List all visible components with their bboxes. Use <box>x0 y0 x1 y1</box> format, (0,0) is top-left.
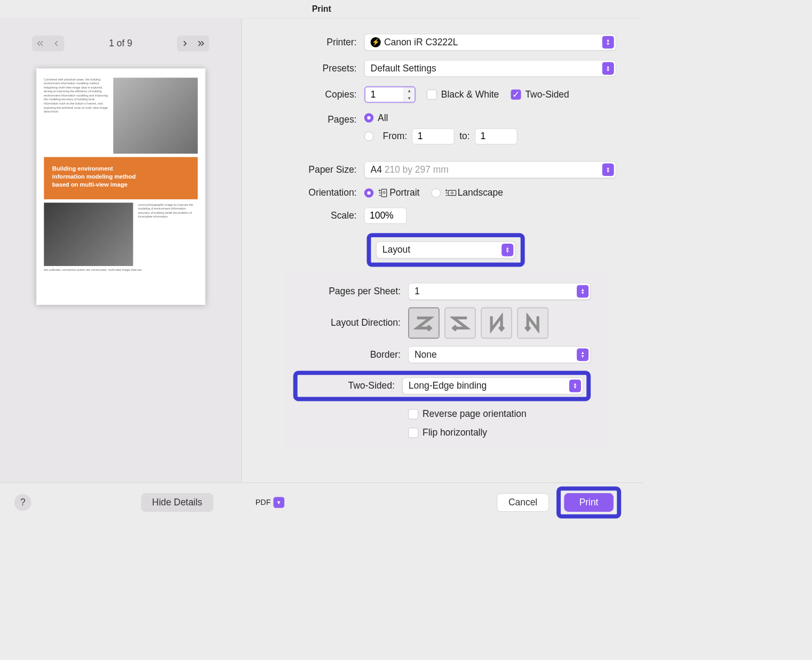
pages-label: Pages: <box>259 112 364 125</box>
scale-label: Scale: <box>259 210 364 221</box>
orientation-landscape-label: Landscape <box>458 188 503 199</box>
pages-range-radio[interactable] <box>364 132 373 141</box>
thumb-image-top <box>114 78 198 154</box>
scale-input[interactable] <box>364 208 407 224</box>
select-chevrons-icon: ▲▼ <box>577 348 588 361</box>
content-area: 1 of 9 Combined with practical cases, th… <box>0 19 643 483</box>
window-title: Print <box>0 0 643 19</box>
hide-details-button[interactable]: Hide Details <box>141 493 213 512</box>
page-counter: 1 of 9 <box>109 38 132 49</box>
section-select-value: Layout <box>383 245 410 256</box>
printer-select[interactable]: ⚡ Canon iR C3222L ▲▼ <box>364 34 616 51</box>
thumb-text-bottom: sound photographic image by improve the … <box>138 203 198 266</box>
next-page-button[interactable] <box>177 36 193 52</box>
layoutdir-nrev-icon <box>523 313 543 333</box>
copies-label: Copies: <box>259 89 364 100</box>
reverse-label: Reverse page orientation <box>423 409 527 420</box>
pps-select[interactable]: 1 ▲▼ <box>408 283 591 300</box>
pages-to-input[interactable] <box>475 128 517 144</box>
presets-label: Presets: <box>259 63 364 74</box>
thumb-title-3: based on multi-view image <box>52 181 189 189</box>
select-chevrons-icon: ▲▼ <box>577 285 588 298</box>
pages-all-radio[interactable] <box>364 113 373 122</box>
svg-rect-0 <box>381 189 387 197</box>
cancel-button[interactable]: Cancel <box>497 493 549 512</box>
twosided-select[interactable]: Long-Edge binding ▲▼ <box>402 377 583 395</box>
thumb-title-band: Building environment information modelin… <box>44 157 197 199</box>
highlight-twosided-row: Two-Sided: Long-Edge binding ▲▼ <box>293 371 591 401</box>
twosided-value: Long-Edge binding <box>409 381 487 392</box>
layoutdir-z-icon <box>413 313 434 333</box>
bw-checkbox[interactable] <box>427 90 437 100</box>
pages-from-label: From: <box>383 131 408 142</box>
papersize-prefix: A4 <box>371 164 382 175</box>
orientation-landscape-radio[interactable] <box>432 188 441 197</box>
pages-all-label: All <box>378 112 388 124</box>
flip-checkbox[interactable] <box>408 428 418 438</box>
copies-stepper[interactable]: ▲ ▼ <box>364 86 416 103</box>
select-chevrons-icon: ▲▼ <box>569 380 581 392</box>
bw-label: Black & White <box>441 89 499 100</box>
landscape-icon <box>445 188 458 198</box>
twosided-checkbox[interactable]: ✓ <box>511 90 521 100</box>
layoutdir-n-button[interactable] <box>481 308 512 339</box>
pdf-menu[interactable]: PDF ▼ <box>256 497 284 508</box>
border-label: Border: <box>298 349 408 360</box>
thumb-text-top: Combined with practical cases, the build… <box>44 78 108 154</box>
layoutdir-z-button[interactable] <box>408 308 440 339</box>
printer-label: Printer: <box>259 37 364 48</box>
select-chevrons-icon: ▲▼ <box>602 164 614 176</box>
papersize-select[interactable]: A4 210 by 297 mm ▲▼ <box>364 162 616 179</box>
help-button[interactable]: ? <box>14 494 31 511</box>
chevrons-left-icon <box>36 39 44 48</box>
papersize-label: Paper Size: <box>259 164 364 175</box>
layoutdir-n-icon <box>487 313 507 333</box>
chevron-down-icon: ▼ <box>273 497 284 508</box>
reverse-checkbox[interactable] <box>408 409 418 419</box>
preview-nav: 1 of 9 <box>32 36 210 52</box>
select-chevrons-icon: ▲▼ <box>602 62 614 75</box>
orientation-label: Orientation: <box>259 188 364 199</box>
last-page-button[interactable] <box>193 36 209 52</box>
papersize-dim: 210 by 297 mm <box>385 164 449 175</box>
flip-label: Flip horizontally <box>423 428 487 439</box>
chevrons-right-icon <box>197 39 205 48</box>
svg-point-1 <box>383 191 385 194</box>
thumb-image-bottom <box>44 203 133 266</box>
orientation-portrait-label: Portrait <box>389 188 419 199</box>
thumb-text-footer: are collected; connection points are con… <box>44 269 197 272</box>
orientation-portrait-radio[interactable] <box>364 188 373 197</box>
copies-input[interactable] <box>365 87 403 102</box>
pps-label: Pages per Sheet: <box>298 286 408 297</box>
first-page-button[interactable] <box>32 36 48 52</box>
layoutdir-s-icon <box>450 313 470 333</box>
preview-pane: 1 of 9 Combined with practical cases, th… <box>0 19 242 482</box>
page-thumbnail: Combined with practical cases, the build… <box>36 68 205 305</box>
footer: ? Hide Details PDF ▼ Cancel Print <box>0 483 643 522</box>
layoutdir-s-button[interactable] <box>444 308 476 339</box>
presets-value: Default Settings <box>371 63 436 74</box>
twosided-row-label: Two-Sided: <box>301 381 402 392</box>
layoutdir-nrev-button[interactable] <box>517 308 548 339</box>
printer-value: Canon iR C3222L <box>384 37 458 48</box>
presets-select[interactable]: Default Settings ▲▼ <box>364 60 616 77</box>
svg-rect-2 <box>448 190 456 196</box>
svg-point-3 <box>451 192 453 194</box>
stepper-down-icon[interactable]: ▼ <box>404 94 415 101</box>
chevron-left-icon <box>52 39 60 48</box>
pages-from-input[interactable] <box>412 128 455 144</box>
prev-page-button[interactable] <box>48 36 64 52</box>
stepper-up-icon[interactable]: ▲ <box>404 87 415 94</box>
select-chevrons-icon: ▲▼ <box>602 36 614 49</box>
twosided-label: Two-Sided <box>525 89 569 100</box>
layoutdir-label: Layout Direction: <box>298 318 408 329</box>
pdf-label: PDF <box>256 498 271 507</box>
print-button[interactable]: Print <box>564 493 614 512</box>
printer-status-icon: ⚡ <box>371 37 381 47</box>
chevron-right-icon <box>181 39 189 48</box>
pages-to-label: to: <box>459 131 469 142</box>
layout-panel: Pages per Sheet: 1 ▲▼ Layout Direction: <box>284 271 605 448</box>
settings-pane: Printer: ⚡ Canon iR C3222L ▲▼ Presets: D… <box>242 19 643 482</box>
border-select[interactable]: None ▲▼ <box>408 346 591 363</box>
section-select[interactable]: Layout ▲▼ <box>376 242 515 259</box>
